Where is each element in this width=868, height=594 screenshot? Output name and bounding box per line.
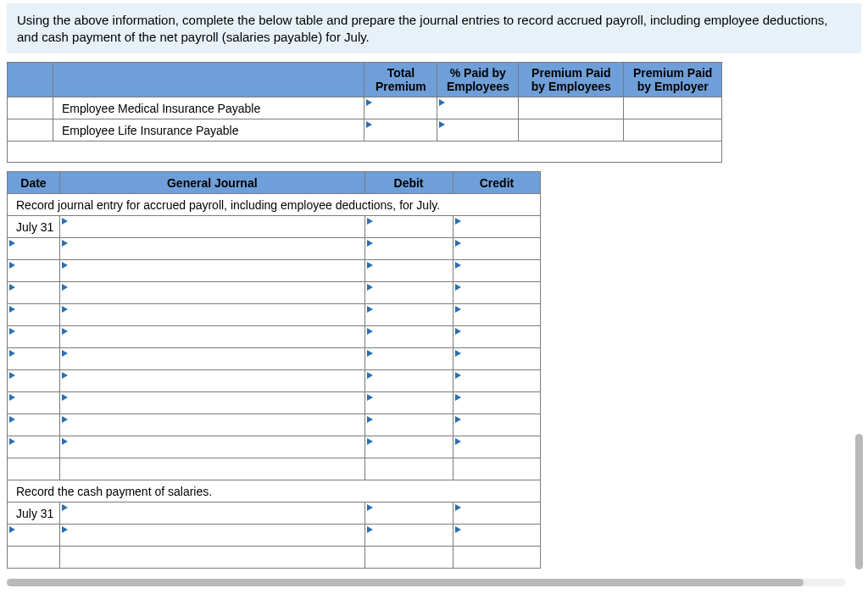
journal-debit-5[interactable]: [364, 304, 453, 326]
journal-credit-4[interactable]: [453, 282, 541, 304]
journal-row-blank2: [8, 547, 846, 569]
premium-row2-label: Employee Life Insurance Payable: [53, 119, 364, 142]
journal-credit-9[interactable]: [453, 392, 541, 414]
premium-row1-paid-er: [624, 97, 722, 119]
journal-row-7: [8, 348, 846, 370]
journal-credit-7[interactable]: [453, 348, 541, 370]
journal-credit-12[interactable]: [453, 502, 541, 525]
premium-header-pct: % Paid by Employees: [437, 63, 519, 97]
journal-debit-13[interactable]: [364, 525, 453, 547]
journal-credit-13[interactable]: [453, 525, 541, 547]
premium-row2-paid-emp: [519, 119, 624, 142]
journal-date1: July 31: [8, 216, 60, 238]
journal-account-1[interactable]: [59, 216, 364, 238]
journal-credit-6[interactable]: [453, 326, 541, 348]
premium-row2-pct[interactable]: [437, 119, 519, 142]
journal-date-13[interactable]: [8, 525, 60, 547]
journal-row-3: [8, 260, 846, 282]
journal-header-credit: Credit: [453, 172, 541, 194]
journal-row-13: [8, 525, 846, 547]
journal-account-10[interactable]: [59, 414, 364, 436]
journal-credit-2[interactable]: [453, 238, 541, 260]
journal-row-8: [8, 370, 846, 392]
horizontal-scrollbar[interactable]: [7, 579, 846, 586]
journal-header-date: Date: [8, 172, 60, 194]
journal-instr-row-2: Record the cash payment of salaries.: [8, 480, 846, 502]
journal-debit-3[interactable]: [364, 260, 453, 282]
journal-debit-7[interactable]: [364, 348, 453, 370]
journal-account-8[interactable]: [59, 370, 364, 392]
journal-credit-8[interactable]: [453, 370, 541, 392]
journal-credit-3[interactable]: [453, 260, 541, 282]
journal-credit-11[interactable]: [453, 436, 541, 458]
journal-date-3[interactable]: [8, 260, 60, 282]
premium-row1-label: Employee Medical Insurance Payable: [53, 97, 364, 119]
journal-date-2[interactable]: [8, 238, 60, 260]
premium-header-paid-er: Premium Paid by Employer: [624, 63, 722, 97]
premium-spacer: [8, 142, 846, 163]
journal-account-4[interactable]: [59, 282, 364, 304]
journal-header-gj: General Journal: [59, 172, 364, 194]
journal-credit-5[interactable]: [453, 304, 541, 326]
premium-row2-total[interactable]: [364, 119, 437, 142]
journal-account-13[interactable]: [59, 525, 364, 547]
journal-credit-10[interactable]: [453, 414, 541, 436]
journal-row-12: July 31: [8, 502, 846, 525]
journal-row-1: July 31: [8, 216, 846, 238]
premium-header-blank2: [53, 63, 364, 97]
journal-debit-9[interactable]: [364, 392, 453, 414]
journal-date2: July 31: [8, 502, 60, 525]
premium-row1-pct[interactable]: [437, 97, 519, 119]
journal-date-4[interactable]: [8, 282, 60, 304]
journal-account-7[interactable]: [59, 348, 364, 370]
journal-account-12[interactable]: [59, 502, 364, 525]
journal-debit-12[interactable]: [364, 502, 453, 525]
premium-row1-paid-emp: [519, 97, 624, 119]
premium-header-blank1: [8, 63, 53, 97]
journal-debit-6[interactable]: [364, 326, 453, 348]
premium-row1-total[interactable]: [364, 97, 437, 119]
journal-instr-row-1: Record journal entry for accrued payroll…: [8, 194, 846, 216]
journal-account-9[interactable]: [59, 392, 364, 414]
journal-row-11: [8, 436, 846, 458]
journal-row-4: [8, 282, 846, 304]
journal-account-6[interactable]: [59, 326, 364, 348]
premium-header-total: Total Premium: [364, 63, 437, 97]
journal-debit-2[interactable]: [364, 238, 453, 260]
journal-row-9: [8, 392, 846, 414]
journal-account-2[interactable]: [59, 238, 364, 260]
horizontal-scroll-thumb[interactable]: [7, 579, 804, 586]
vertical-scroll-thumb[interactable]: [855, 434, 863, 569]
journal-debit-10[interactable]: [364, 414, 453, 436]
journal-date-10[interactable]: [8, 414, 60, 436]
journal-debit-4[interactable]: [364, 282, 453, 304]
journal-date-7[interactable]: [8, 348, 60, 370]
journal-row-blank: [8, 458, 846, 480]
journal-row-5: [8, 304, 846, 326]
premium-row-medical: Employee Medical Insurance Payable: [8, 97, 846, 119]
journal-credit-1[interactable]: [453, 216, 541, 238]
journal-date-8[interactable]: [8, 370, 60, 392]
premium-row2-paid-er: [624, 119, 722, 142]
content-area: Total Premium % Paid by Employees Premiu…: [0, 53, 868, 569]
journal-date-9[interactable]: [8, 392, 60, 414]
journal-account-5[interactable]: [59, 304, 364, 326]
vertical-scrollbar[interactable]: [853, 78, 863, 574]
instruction-text: Using the above information, complete th…: [17, 13, 827, 44]
journal-date-5[interactable]: [8, 304, 60, 326]
journal-account-3[interactable]: [59, 260, 364, 282]
premium-table: Total Premium % Paid by Employees Premiu…: [7, 62, 846, 163]
journal-debit-1[interactable]: [364, 216, 453, 238]
premium-row-life: Employee Life Insurance Payable: [8, 119, 846, 142]
premium-header-paid-emp: Premium Paid by Employees: [519, 63, 624, 97]
journal-header-debit: Debit: [364, 172, 453, 194]
journal-row-2: [8, 238, 846, 260]
journal-instr1-text: Record journal entry for accrued payroll…: [8, 194, 541, 216]
journal-debit-11[interactable]: [364, 436, 453, 458]
journal-row-10: [8, 414, 846, 436]
journal-instr2-text: Record the cash payment of salaries.: [8, 480, 541, 502]
journal-debit-8[interactable]: [364, 370, 453, 392]
journal-date-6[interactable]: [8, 326, 60, 348]
journal-date-11[interactable]: [8, 436, 60, 458]
journal-account-11[interactable]: [59, 436, 364, 458]
